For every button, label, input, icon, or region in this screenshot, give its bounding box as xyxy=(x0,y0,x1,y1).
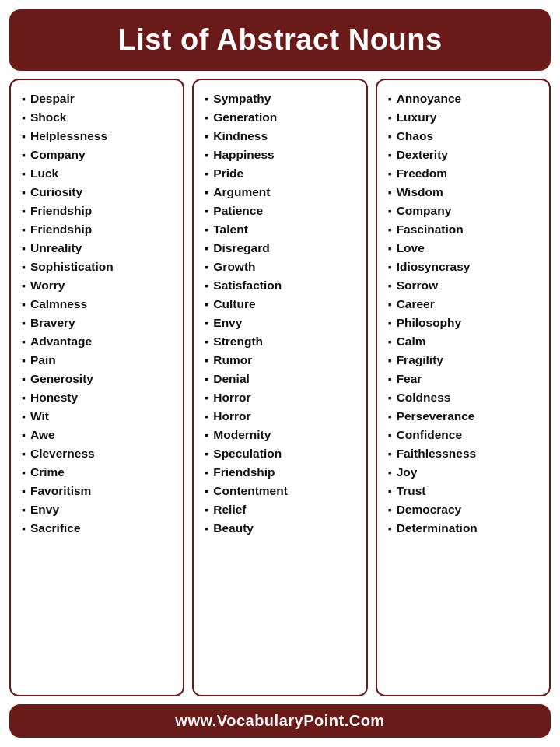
list-item: Satisfaction xyxy=(205,276,358,295)
page-title: List of Abstract Nouns xyxy=(25,23,535,57)
list-item: Love xyxy=(388,239,541,258)
column-3: AnnoyanceLuxuryChaosDexterityFreedomWisd… xyxy=(376,79,551,696)
list-item: Curiosity xyxy=(22,183,175,202)
list-item: Faithlessness xyxy=(388,444,541,463)
list-item: Pride xyxy=(205,164,358,183)
list-item: Shock xyxy=(22,108,175,127)
list-item: Worry xyxy=(22,276,175,295)
list-item: Contentment xyxy=(205,482,358,500)
list-item: Career xyxy=(388,295,541,314)
list-item: Culture xyxy=(205,295,358,314)
list-item: Favoritism xyxy=(22,482,175,500)
list-item: Sacrifice xyxy=(22,519,175,538)
list-item: Kindness xyxy=(205,127,358,146)
list-item: Argument xyxy=(205,183,358,202)
list-item: Democracy xyxy=(388,500,541,519)
list-item: Modernity xyxy=(205,426,358,444)
list-item: Beauty xyxy=(205,519,358,538)
list-item: Strength xyxy=(205,332,358,351)
list-item: Luck xyxy=(22,164,175,183)
list-item: Happiness xyxy=(205,146,358,164)
list-item: Annoyance xyxy=(388,89,541,108)
list-item: Speculation xyxy=(205,444,358,463)
footer-url: www.VocabularyPoint.Com xyxy=(175,712,384,729)
list-item: Confidence xyxy=(388,426,541,444)
list-item: Company xyxy=(388,202,541,220)
list-item: Perseverance xyxy=(388,407,541,426)
list-item: Awe xyxy=(22,426,175,444)
list-item: Wit xyxy=(22,407,175,426)
list-item: Denial xyxy=(205,370,358,388)
list-item: Cleverness xyxy=(22,444,175,463)
list-item: Fragility xyxy=(388,351,541,370)
list-item: Unreality xyxy=(22,239,175,258)
page-footer: www.VocabularyPoint.Com xyxy=(9,704,551,738)
list-item: Horror xyxy=(205,388,358,407)
column-1: DespairShockHelplessnessCompanyLuckCurio… xyxy=(9,79,184,696)
list-item: Honesty xyxy=(22,388,175,407)
column-2: SympathyGenerationKindnessHappinessPride… xyxy=(192,79,367,696)
list-item: Despair xyxy=(22,89,175,108)
list-item: Calmness xyxy=(22,295,175,314)
list-item: Luxury xyxy=(388,108,541,127)
list-item: Sympathy xyxy=(205,89,358,108)
list-item: Calm xyxy=(388,332,541,351)
list-item: Trust xyxy=(388,482,541,500)
list-item: Friendship xyxy=(22,220,175,239)
list-item: Helplessness xyxy=(22,127,175,146)
list-item: Determination xyxy=(388,519,541,538)
page-header: List of Abstract Nouns xyxy=(9,9,551,71)
list-item: Horror xyxy=(205,407,358,426)
list-item: Idiosyncrasy xyxy=(388,258,541,276)
list-item: Growth xyxy=(205,258,358,276)
list-item: Patience xyxy=(205,202,358,220)
list-item: Dexterity xyxy=(388,146,541,164)
list-item: Pain xyxy=(22,351,175,370)
list-item: Philosophy xyxy=(388,314,541,332)
list-item: Generosity xyxy=(22,370,175,388)
list-item: Wisdom xyxy=(388,183,541,202)
list-item: Disregard xyxy=(205,239,358,258)
list-item: Envy xyxy=(205,314,358,332)
list-item: Fear xyxy=(388,370,541,388)
list-item: Friendship xyxy=(22,202,175,220)
list-item: Crime xyxy=(22,463,175,482)
list-item: Envy xyxy=(22,500,175,519)
list-item: Joy xyxy=(388,463,541,482)
list-item: Talent xyxy=(205,220,358,239)
list-item: Sophistication xyxy=(22,258,175,276)
list-item: Sorrow xyxy=(388,276,541,295)
list-item: Advantage xyxy=(22,332,175,351)
list-item: Bravery xyxy=(22,314,175,332)
list-item: Fascination xyxy=(388,220,541,239)
list-item: Company xyxy=(22,146,175,164)
list-item: Rumor xyxy=(205,351,358,370)
columns-container: DespairShockHelplessnessCompanyLuckCurio… xyxy=(0,79,560,696)
list-item: Generation xyxy=(205,108,358,127)
list-item: Chaos xyxy=(388,127,541,146)
list-item: Friendship xyxy=(205,463,358,482)
list-item: Relief xyxy=(205,500,358,519)
list-item: Coldness xyxy=(388,388,541,407)
list-item: Freedom xyxy=(388,164,541,183)
